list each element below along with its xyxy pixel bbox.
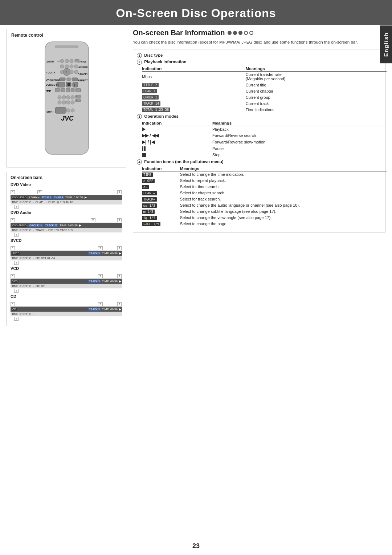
item-3-label: Operation modes (144, 114, 179, 118)
remote-control-box: Remote control ZOOM 10 keys (7, 29, 126, 167)
table-row: CHAP.→ Select for chapter search. (142, 190, 387, 196)
badge-group1: GROUP 1 (142, 95, 159, 100)
svg-point-10 (60, 65, 64, 68)
bar-num-4: 4 (14, 205, 19, 209)
bar-num-dvda-1: 1 (11, 218, 15, 222)
num-circle-1: 1 (137, 53, 142, 58)
svg-point-7 (65, 59, 69, 63)
num-circle-2: 2 (137, 60, 142, 65)
item-4-label: Function icons (on the pull-down menu) (144, 159, 223, 164)
table-row: Pause (142, 145, 387, 151)
svg-rect-41 (55, 88, 60, 92)
table-row: ⊡⊡ 1/3 Select to change the audio langua… (142, 202, 387, 208)
badge-chap3: CHAP 3 (142, 89, 157, 93)
svg-point-6 (60, 59, 64, 63)
remote-control-svg: ZOOM 10 keys (35, 40, 98, 163)
table-row: ▶▶ / ◀◀ Forward/Reverse search (142, 132, 387, 139)
svg-point-46 (58, 96, 61, 99)
play-icon (142, 127, 146, 131)
item-2-row: 2 Playback information (137, 60, 381, 65)
dot-4 (244, 31, 248, 35)
table-row: 🎭 1/3 Select to change the view angle (s… (142, 215, 387, 221)
cd-top-bar: CD TRACK 3 TIME 00:58 ▶ (11, 307, 122, 312)
table-row: TRACK 14 Current track (142, 100, 387, 106)
dvd-video-badge: DVD-VIDEO (12, 196, 27, 199)
table-row: TITLE 2 Current title (142, 82, 387, 88)
svg-text:+: + (76, 96, 77, 98)
table-row: Playback (142, 126, 387, 133)
dvd-audio-badge: DVD-AUDIO (12, 224, 27, 227)
svg-point-17 (70, 70, 73, 74)
ff-rev-icon: ▶▶ / ◀◀ (142, 133, 159, 138)
table-row: GROUP 1 Current group (142, 94, 387, 100)
vcd-top-bar: VCD TRACK 3 TIME 00:58 ▶ (11, 279, 122, 284)
table-row: ▤ 1/3 Select to change subtitle language… (142, 208, 387, 215)
table-row: ↺ OFF Select to repeat playback. (142, 178, 387, 184)
svg-rect-27 (67, 78, 70, 81)
dot-1 (228, 31, 232, 35)
page-number: 23 (192, 542, 200, 550)
bar-num-dvda-4: 4 (14, 233, 19, 237)
section-title: On-screen Bar Information (133, 29, 385, 37)
svg-rect-9 (75, 59, 79, 62)
svg-rect-26 (60, 78, 65, 81)
left-column: Remote control ZOOM 10 keys (7, 25, 126, 326)
svg-text:II: II (57, 83, 59, 86)
svg-point-8 (70, 59, 73, 63)
vcd-bottom-bar: TIME ↺ OFF ⊙→ ⊡⊡ ST (11, 284, 122, 288)
badge-total: TOTAL 1:25:58 (142, 108, 170, 112)
bar-num-dvda-3: 3 (117, 218, 122, 222)
svcd-bars: 1 2 3 SVCD TRACK 3 TIME 00:58 ▶ TIME ↺ O… (11, 246, 122, 265)
svg-text:ENTER: ENTER (79, 66, 88, 69)
slow-icon: ▶| / |◀ (142, 139, 155, 145)
svg-text:CANCEL: CANCEL (78, 73, 89, 76)
svg-text:<,>,∧,∨: <,>,∧,∨ (46, 71, 55, 74)
svg-text:REPEAT: REPEAT (78, 79, 88, 82)
table-row: TOTAL 1:25:58 Time indications (142, 106, 387, 113)
col-indication-4: Indication (142, 166, 180, 171)
num-circle-3: 3 (137, 114, 142, 119)
item-1-label: Disc type (144, 53, 163, 57)
svg-point-47 (62, 96, 66, 99)
item-1-row: 1 Disc type (137, 53, 381, 58)
onscreen-bars-title: On-screen bars (11, 175, 122, 180)
bar-num-dvda-2: 2 (91, 218, 95, 222)
right-column: On-screen Bar Information You can check … (133, 25, 385, 326)
num-circle-4: 4 (137, 159, 142, 165)
svg-rect-60 (55, 108, 66, 113)
item-4-row: 4 Function icons (on the pull-down menu) (137, 159, 381, 165)
description-text: You can check the disc information (exce… (133, 39, 385, 45)
svg-rect-42 (61, 88, 65, 92)
svcd-bottom-bar: TIME ↺ OFF ⊙→ ⊡⊡ ST1 ▤ -/ 4 (11, 256, 122, 260)
svg-rect-44 (71, 88, 74, 92)
col-meanings-4: Meanings (180, 166, 387, 171)
vcd-bars: 1 2 3 VCD TRACK 3 TIME 00:58 ▶ TIME ↺ OF… (11, 274, 122, 293)
dvd-audio-top-bar: DVD-AUDIO GROUP 14 TRACK 23 TIME 0:00:58… (11, 223, 122, 228)
svcd-top-bar: SVCD TRACK 3 TIME 00:58 ▶ (11, 251, 122, 256)
svg-point-11 (65, 65, 69, 68)
svg-text:✦: ✦ (65, 70, 68, 74)
svg-text:ZOOM: ZOOM (46, 60, 54, 63)
onscreen-bars-box: On-screen bars DVD Video 1 2 3 DVD-VIDEO… (7, 172, 126, 326)
table-row: ⊙→ Select for time search. (142, 184, 387, 190)
cd-bottom-bar: TIME ↺ OFF ⊙→ (11, 312, 122, 316)
svcd-label: SVCD (11, 238, 122, 243)
table-row: Mbps Current transfer rate(Megabits per … (142, 72, 387, 82)
item-2-label: Playback information (144, 60, 186, 64)
dvd-video-label: DVD Video (11, 182, 122, 187)
table-row: ▶| / |◀ Forward/Reverse slow-motion (142, 139, 387, 145)
vcd-label: VCD (11, 266, 122, 271)
col-meanings-3: Meanings (212, 121, 387, 126)
svg-point-54 (58, 101, 61, 104)
dot-3 (238, 31, 242, 35)
col-meanings: Meanings (246, 66, 387, 72)
svg-point-55 (62, 101, 66, 104)
svg-rect-28 (72, 78, 78, 81)
svg-point-56 (66, 101, 70, 104)
dvd-audio-label: DVD Audio (11, 210, 122, 215)
ind-mbps: Mbps (142, 72, 246, 82)
svg-rect-45 (75, 88, 81, 92)
playback-table: Indication Meanings Mbps Current transfe… (142, 66, 387, 113)
table-row: Stop (142, 151, 387, 158)
svg-point-57 (71, 101, 74, 104)
